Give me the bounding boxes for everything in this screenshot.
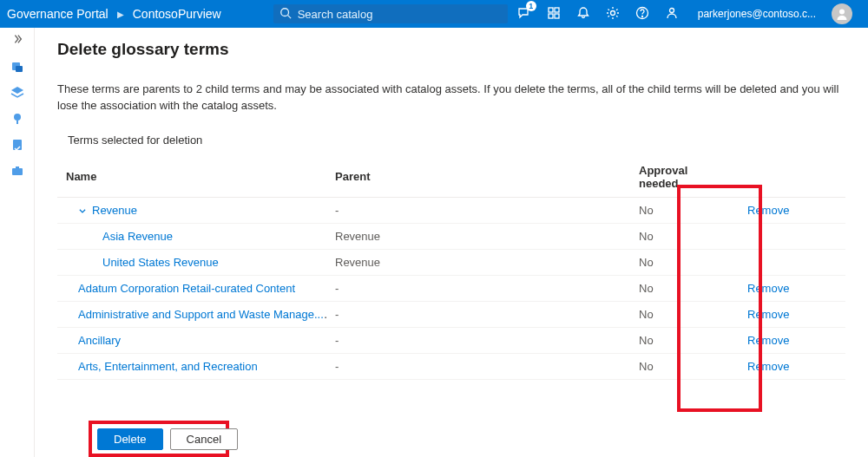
term-name-link[interactable]: Arts, Entertainment, and Recreation <box>66 360 258 373</box>
main-content: Delete glossary terms These terms are pa… <box>35 28 868 457</box>
section-subhead: Terms selected for deletion <box>57 134 845 147</box>
header-icons: 1 parkerjones@contoso.c... <box>517 3 852 24</box>
svg-rect-5 <box>555 14 559 18</box>
intro-text: These terms are parents to 2 child terms… <box>57 82 845 114</box>
term-name-link[interactable]: United States Revenue <box>66 256 219 269</box>
table-row: Asia RevenueRevenueNo <box>57 223 845 249</box>
gear-icon[interactable] <box>606 6 620 23</box>
bell-icon[interactable] <box>576 6 590 23</box>
svg-rect-16 <box>12 168 23 175</box>
chat-icon[interactable]: 1 <box>517 6 531 23</box>
approval-cell: No <box>630 327 739 353</box>
term-name-text: Arts, Entertainment, and Recreation <box>78 360 258 373</box>
term-name-text: Asia Revenue <box>102 230 173 243</box>
table-row: Arts, Entertainment, and Recreation-NoRe… <box>57 353 845 379</box>
expand-rail-icon[interactable] <box>11 33 23 48</box>
parent-cell: - <box>326 197 630 223</box>
svg-point-9 <box>669 8 674 12</box>
parent-cell: Revenue <box>326 249 630 275</box>
svg-rect-14 <box>16 121 18 124</box>
user-email[interactable]: parkerjones@contoso.c... <box>698 8 816 20</box>
svg-rect-17 <box>16 166 19 168</box>
svg-rect-4 <box>549 14 553 18</box>
term-name-text: United States Revenue <box>102 256 219 269</box>
svg-rect-3 <box>555 8 559 12</box>
remove-link[interactable]: Remove <box>747 204 789 217</box>
cancel-button[interactable]: Cancel <box>170 428 238 450</box>
svg-line-1 <box>287 16 291 19</box>
svg-point-13 <box>14 114 21 121</box>
rail-item-policy[interactable] <box>10 138 24 152</box>
table-row: Revenue-NoRemove <box>57 197 845 223</box>
approval-cell: No <box>630 249 739 275</box>
rail-item-insights[interactable] <box>10 112 24 126</box>
page-title: Delete glossary terms <box>57 40 845 59</box>
footer-actions: Delete Cancel <box>97 428 238 450</box>
term-name-link[interactable]: Adatum Corporation Retail-curated Conten… <box>66 282 295 295</box>
top-bar: Governance Portal ▶ ContosoPurview 1 par… <box>0 0 868 28</box>
approval-cell: No <box>630 353 739 379</box>
svg-point-6 <box>610 10 615 15</box>
term-name-link[interactable]: Ancillary <box>66 334 121 347</box>
parent-cell: - <box>326 275 630 301</box>
help-icon[interactable] <box>635 6 649 23</box>
table-row: United States RevenueRevenueNo <box>57 249 845 275</box>
term-name-link[interactable]: Administrative and Support and Waste Man… <box>66 308 324 321</box>
col-header-remove <box>739 157 845 198</box>
notification-badge: 1 <box>526 1 536 11</box>
terms-table: Name Parent Approval needed Revenue-NoRe… <box>57 157 845 380</box>
breadcrumb: Governance Portal ▶ ContosoPurview <box>7 7 221 21</box>
parent-cell: - <box>326 353 630 379</box>
rail-item-catalog[interactable] <box>10 86 24 100</box>
term-name-link[interactable]: Revenue <box>66 204 137 217</box>
svg-point-8 <box>641 16 642 16</box>
search-input[interactable] <box>273 4 508 23</box>
term-name-text: Revenue <box>92 204 137 217</box>
breadcrumb-separator: ▶ <box>117 10 124 19</box>
table-row: Adatum Corporation Retail-curated Conten… <box>57 275 845 301</box>
term-name-text: Administrative and Support and Waste Man… <box>78 308 324 321</box>
approval-cell: No <box>630 275 739 301</box>
rail-item-sources[interactable] <box>10 60 24 74</box>
svg-rect-12 <box>16 66 23 72</box>
parent-cell: - <box>326 327 630 353</box>
approval-cell: No <box>630 301 739 327</box>
search-wrap <box>273 4 508 23</box>
term-name-text: Adatum Corporation Retail-curated Conten… <box>78 282 295 295</box>
term-name-text: Ancillary <box>78 334 121 347</box>
grid-icon[interactable] <box>547 6 561 23</box>
col-header-approval[interactable]: Approval needed <box>630 157 739 198</box>
remove-link[interactable]: Remove <box>747 308 789 321</box>
svg-rect-2 <box>549 8 553 12</box>
feedback-icon[interactable] <box>665 6 679 23</box>
col-header-parent[interactable]: Parent <box>326 157 630 198</box>
avatar[interactable] <box>832 3 852 24</box>
search-icon <box>279 7 292 22</box>
svg-point-0 <box>280 9 288 16</box>
table-row: Administrative and Support and Waste Man… <box>57 301 845 327</box>
approval-cell: No <box>630 223 739 249</box>
delete-button[interactable]: Delete <box>97 428 163 450</box>
left-rail <box>0 28 35 457</box>
chevron-down-icon[interactable] <box>78 205 87 218</box>
remove-link[interactable]: Remove <box>747 334 789 347</box>
parent-cell: - <box>326 301 630 327</box>
table-header-row: Name Parent Approval needed <box>57 157 845 198</box>
parent-cell: Revenue <box>326 223 630 249</box>
term-name-link[interactable]: Asia Revenue <box>66 230 173 243</box>
approval-cell: No <box>630 197 739 223</box>
col-header-name[interactable]: Name <box>57 157 326 198</box>
rail-item-management[interactable] <box>10 164 24 178</box>
table-row: Ancillary-NoRemove <box>57 327 845 353</box>
remove-link[interactable]: Remove <box>747 282 789 295</box>
portal-name[interactable]: Governance Portal <box>7 7 108 21</box>
svg-point-10 <box>839 10 845 15</box>
remove-link[interactable]: Remove <box>747 360 789 373</box>
workspace-name[interactable]: ContosoPurview <box>133 7 221 21</box>
